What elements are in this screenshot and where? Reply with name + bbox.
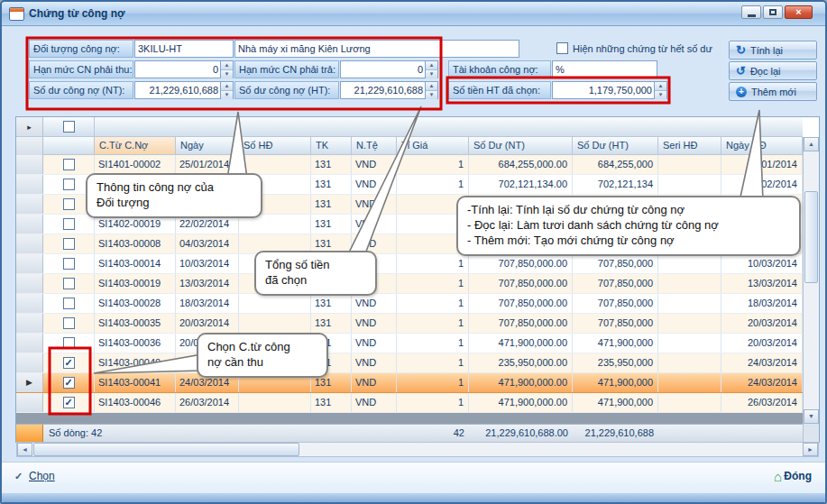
them-moi-button[interactable]: + Thêm mới	[729, 82, 817, 101]
cell-nte[interactable]: VND	[352, 215, 397, 234]
row-checkbox[interactable]: ✓	[63, 357, 75, 369]
cell-so_du_ht[interactable]: 235,950,000	[573, 353, 658, 372]
row-checkbox[interactable]	[63, 317, 75, 329]
cell-ngay_hd[interactable]: 26/03/2014	[721, 393, 803, 412]
cell-id[interactable]: SI1403-00019	[95, 274, 176, 293]
cell-so_du_ht[interactable]: 702,121,134	[573, 175, 658, 194]
han-muc-tra-input[interactable]: 0	[340, 60, 438, 78]
row-checkbox[interactable]	[63, 198, 75, 210]
cell-seri[interactable]	[658, 314, 721, 333]
column-header-ngay_hd[interactable]: Ngày HĐ	[721, 137, 803, 155]
select-all-checkbox[interactable]	[63, 121, 75, 133]
table-row[interactable]: SI1403-0001410/03/2014131VND1707,850,000…	[16, 254, 803, 274]
table-row[interactable]: ✓SI1403-0004626/03/2014131VND1471,900,00…	[16, 393, 803, 413]
cell-so_du_nt[interactable]: 471,900,000.00	[469, 334, 573, 353]
tinh-lai-button[interactable]: ↻ Tính lại	[729, 41, 817, 60]
cell-so_hd[interactable]	[239, 393, 311, 412]
cell-so_hd[interactable]	[239, 294, 311, 313]
cell-id[interactable]: SI1403-00041	[95, 373, 176, 392]
cell-so_du_ht[interactable]: 471,900,000	[573, 334, 658, 353]
cell-ngay_hd[interactable]: 13/03/2014	[721, 274, 803, 293]
cell-id[interactable]: SI1403-00028	[95, 294, 176, 313]
cell-nte[interactable]: VND	[352, 155, 397, 174]
cell-ngay[interactable]: 18/03/2014	[176, 294, 239, 313]
cell-ngay_hd[interactable]: 18/03/2014	[721, 294, 803, 313]
cell-id[interactable]: SI1403-00036	[95, 334, 176, 353]
spinner-down-icon[interactable]	[426, 69, 437, 78]
table-row[interactable]: SI1403-0001913/03/2014131VND1707,850,000…	[16, 274, 803, 294]
cell-ngay_hd[interactable]: 10/03/2014	[721, 254, 803, 273]
cell-nte[interactable]: VND	[352, 334, 397, 353]
cell-id[interactable]: SI1401-00002	[95, 155, 176, 174]
column-header-so_du_ht[interactable]: Số Dư (HT)	[573, 137, 658, 155]
cell-tk[interactable]: 131	[311, 294, 352, 313]
column-header-id[interactable]: C.Từ C.Nợ	[95, 137, 176, 155]
cell-so_du_ht[interactable]: 707,850,000	[573, 274, 658, 293]
cell-ngay_hd[interactable]: 20/03/2014	[721, 334, 803, 353]
cell-nte[interactable]: VND	[352, 195, 397, 214]
cell-seri[interactable]	[658, 274, 721, 293]
vertical-scroll-thumb[interactable]	[804, 191, 818, 283]
spinner-buttons[interactable]	[654, 82, 666, 98]
cell-ti_gia[interactable]: 1	[397, 155, 469, 174]
cell-so_du_nt[interactable]: 707,850,000.00	[469, 314, 573, 333]
spinner-buttons[interactable]	[425, 61, 437, 78]
cell-tk[interactable]: 131	[311, 215, 352, 234]
cell-so_du_nt[interactable]: 702,121,134.00	[469, 175, 573, 194]
cell-seri[interactable]	[658, 155, 721, 174]
cell-ti_gia[interactable]: 1	[397, 274, 469, 293]
cell-ti_gia[interactable]: 1	[397, 254, 469, 273]
cell-so_du_nt[interactable]: 684,255,000.00	[469, 155, 573, 174]
cell-nte[interactable]: VND	[352, 393, 397, 412]
cell-ngay[interactable]: 10/03/2014	[176, 254, 239, 273]
cell-nte[interactable]: VND	[352, 373, 397, 392]
horizontal-scrollbar[interactable]	[16, 442, 819, 457]
cell-so_du_ht[interactable]: 707,850,000	[573, 294, 658, 313]
close-button[interactable]: ×	[785, 5, 813, 19]
cell-so_du_nt[interactable]: 471,900,000.00	[469, 373, 573, 392]
spinner-buttons[interactable]	[220, 61, 233, 78]
spinner-down-icon[interactable]	[655, 90, 666, 99]
chon-button[interactable]: Chọn	[29, 470, 55, 482]
row-checkbox[interactable]	[63, 159, 75, 170]
cell-nte[interactable]: VND	[352, 294, 397, 313]
row-checkbox[interactable]: ✓	[63, 397, 75, 408]
doi-tuong-name-input[interactable]: Nhà máy xi măng Kiên Lương	[234, 40, 519, 58]
cell-nte[interactable]: VND	[352, 353, 397, 372]
cell-so_du_ht[interactable]: 471,900,000	[573, 393, 658, 412]
so-tien-chon-input[interactable]: 1,179,750,000	[552, 81, 667, 99]
table-row[interactable]: SI1403-0003620/03/2014131VND1471,900,000…	[16, 334, 803, 353]
so-du-nt-input[interactable]: 21,229,610,688	[134, 81, 234, 99]
cell-so_du_ht[interactable]: 707,850,000	[573, 314, 658, 333]
cell-seri[interactable]	[658, 175, 721, 194]
doi-tuong-code-input[interactable]: 3KILU-HT	[134, 40, 234, 58]
spinner-down-icon[interactable]	[426, 90, 437, 99]
row-checkbox[interactable]	[63, 298, 75, 309]
cell-so_du_nt[interactable]: 471,900,000.00	[469, 393, 573, 412]
table-row[interactable]: SI1403-0002818/03/2014131VND1707,850,000…	[16, 294, 803, 314]
table-row[interactable]: ✓SI1403-0004024/03/2014131VND1235,950,00…	[16, 353, 803, 373]
cell-tk[interactable]: 131	[311, 155, 352, 174]
cell-seri[interactable]	[658, 294, 721, 313]
cell-seri[interactable]	[658, 393, 721, 412]
scroll-up-icon[interactable]	[804, 137, 819, 151]
row-checkbox[interactable]	[63, 278, 75, 289]
row-checkbox[interactable]: ✓	[63, 377, 75, 389]
scroll-down-icon[interactable]	[804, 409, 819, 424]
cell-id[interactable]: SI1403-00014	[95, 254, 176, 273]
cell-id[interactable]: SI1403-00040	[95, 353, 176, 372]
spinner-up-icon[interactable]	[426, 82, 437, 90]
cell-seri[interactable]	[658, 254, 721, 273]
cell-tk[interactable]: 131	[311, 314, 352, 333]
han-muc-thu-input[interactable]: 0	[134, 60, 234, 78]
table-row[interactable]: SI1401-0000225/01/2014131VND1684,255,000…	[16, 155, 803, 175]
spinner-down-icon[interactable]	[221, 90, 233, 99]
table-row[interactable]: SI1403-0003520/03/2014131VND1707,850,000…	[16, 314, 803, 334]
cell-ngay[interactable]: 13/03/2014	[176, 274, 239, 293]
row-checkbox[interactable]	[63, 238, 75, 250]
cell-so_du_nt[interactable]: 235,950,000.00	[469, 353, 573, 372]
cell-so_du_nt[interactable]: 707,850,000.00	[469, 254, 573, 273]
cell-ngay[interactable]: 26/03/2014	[176, 393, 239, 412]
maximize-button[interactable]	[763, 5, 783, 19]
cell-ngay_hd[interactable]: 24/03/2014	[721, 373, 803, 392]
